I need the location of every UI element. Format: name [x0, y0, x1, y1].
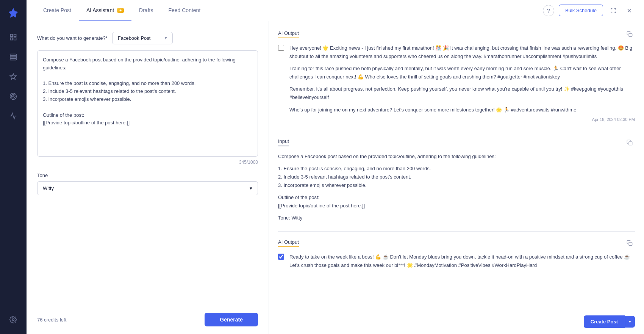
svg-rect-3 [14, 38, 16, 40]
card-text-1: Hey everyone! 🌟 Exciting news - I just f… [289, 44, 635, 114]
chevron-down-icon: ▾ [165, 36, 167, 41]
question-mark-icon: ? [547, 8, 550, 14]
svg-point-10 [13, 319, 14, 321]
sidebar-item-sparkle[interactable] [5, 68, 22, 85]
left-panel: What do you want to generate?* Facebook … [27, 21, 269, 334]
bulk-schedule-button[interactable]: Bulk Schedule [559, 5, 603, 16]
card-content-3: Ready to take on the week like a boss! 💪… [278, 253, 635, 270]
sidebar-item-settings[interactable] [5, 311, 22, 328]
card-header-3: AI Output [278, 238, 635, 248]
expand-button[interactable] [608, 5, 619, 16]
chevron-down-icon: ▾ [629, 319, 631, 324]
svg-rect-1 [14, 34, 16, 37]
svg-rect-2 [11, 38, 13, 40]
create-post-bar: Create Post ▾ [584, 315, 635, 328]
divider-2 [278, 231, 635, 232]
generate-type-select[interactable]: Facebook Post ▾ [112, 32, 173, 44]
create-post-button[interactable]: Create Post [584, 315, 625, 328]
tone-value: Witty [43, 185, 54, 191]
copy-icon-2 [627, 140, 633, 146]
card-tab-ai-output-1: AI Output [278, 30, 299, 38]
card-text-3: Ready to take on the week like a boss! 💪… [289, 253, 635, 270]
sidebar-item-target[interactable] [5, 88, 22, 105]
card-content-1: Hey everyone! 🌟 Exciting news - I just f… [278, 44, 635, 114]
close-icon [626, 8, 632, 14]
card-tab-ai-output-3: AI Output [278, 239, 299, 247]
right-panel: AI Output Hey everyone! 🌟 Exciting news … [269, 21, 644, 334]
content-area: What do you want to generate?* Facebook … [27, 21, 644, 334]
tone-group: Tone Witty ▾ [37, 172, 258, 195]
expand-icon [610, 8, 616, 14]
output-card-1: AI Output Hey everyone! 🌟 Exciting news … [278, 29, 635, 122]
sidebar-item-dashboard[interactable] [5, 29, 22, 45]
prompt-group: Compose a Facebook post based on the pro… [37, 50, 258, 165]
tab-ai-assistant[interactable]: AI Assistant ✦ [79, 0, 131, 21]
tone-select[interactable]: Witty ▾ [37, 181, 258, 195]
card-header-2: Input [278, 137, 635, 148]
credits-label: 76 credits left [37, 317, 66, 323]
card-checkbox-1[interactable] [278, 45, 284, 114]
tab-create-post[interactable]: Create Post [36, 0, 79, 21]
svg-rect-14 [629, 142, 632, 145]
sidebar [0, 0, 27, 334]
svg-point-9 [13, 96, 14, 97]
right-wrapper: AI Output Hey everyone! 🌟 Exciting news … [269, 21, 644, 334]
copy-button-1[interactable] [624, 29, 635, 39]
bottom-bar: 76 credits left Generate [37, 307, 258, 326]
timestamp-1: Apr 18, 2024 02:30 PM [278, 117, 635, 122]
ai-badge: ✦ [117, 8, 124, 13]
tab-drafts[interactable]: Drafts [131, 0, 161, 21]
nav-tabs: Create Post AI Assistant ✦ Drafts Feed C… [36, 0, 208, 21]
copy-icon-3 [627, 240, 633, 246]
card-checkbox-3[interactable] [278, 254, 284, 270]
copy-button-2[interactable] [624, 137, 635, 148]
svg-rect-13 [629, 33, 632, 37]
svg-point-8 [11, 94, 15, 98]
output-card-2: Input Compose a Facebook post based on t… [278, 137, 635, 223]
char-count: 345/1000 [37, 160, 258, 165]
output-card-3: AI Output Ready to take on the week like… [278, 238, 635, 270]
generate-label: What do you want to generate?* [37, 35, 108, 41]
copy-icon [627, 31, 633, 37]
sidebar-logo[interactable] [6, 6, 20, 20]
svg-rect-4 [10, 54, 17, 56]
svg-rect-15 [629, 242, 632, 246]
divider-1 [278, 131, 635, 131]
card-text-2: Compose a Facebook post based on the pro… [278, 152, 635, 223]
card-content-2: Compose a Facebook post based on the pro… [278, 152, 635, 223]
top-nav: Create Post AI Assistant ✦ Drafts Feed C… [27, 0, 644, 21]
sidebar-item-analytics[interactable] [5, 108, 22, 124]
sidebar-item-posts[interactable] [5, 49, 22, 65]
tone-chevron-icon: ▾ [250, 185, 252, 191]
help-button[interactable]: ? [543, 5, 554, 16]
svg-rect-6 [10, 58, 17, 60]
generate-type-value: Facebook Post [118, 35, 151, 41]
checkbox-3[interactable] [278, 254, 284, 260]
bottom-spacer [278, 279, 635, 302]
checkbox-1[interactable] [278, 45, 284, 51]
tab-feed-content[interactable]: Feed Content [161, 0, 208, 21]
close-button[interactable] [624, 5, 635, 16]
create-post-dropdown-button[interactable]: ▾ [625, 316, 635, 328]
nav-actions: ? Bulk Schedule [543, 5, 635, 16]
main-container: Create Post AI Assistant ✦ Drafts Feed C… [27, 0, 644, 334]
svg-rect-5 [10, 56, 17, 58]
card-tab-input-2: Input [278, 138, 289, 146]
generate-button[interactable]: Generate [205, 313, 258, 326]
prompt-textarea[interactable]: Compose a Facebook post based on the pro… [37, 50, 258, 157]
tone-label: Tone [37, 172, 258, 178]
generate-type-row: What do you want to generate?* Facebook … [37, 32, 258, 44]
copy-button-3[interactable] [624, 238, 635, 248]
card-header-1: AI Output [278, 29, 635, 39]
svg-rect-0 [11, 34, 13, 37]
